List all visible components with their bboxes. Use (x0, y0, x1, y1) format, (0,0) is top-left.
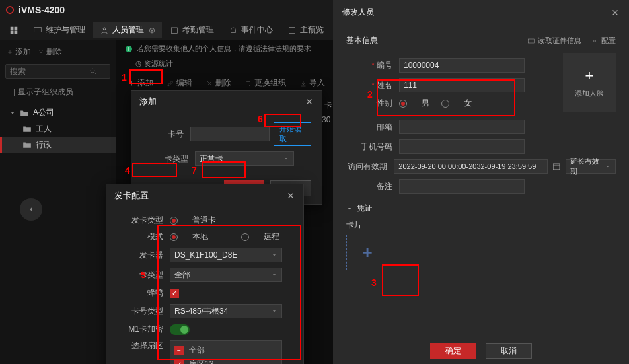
chevron-left-icon (26, 205, 36, 214)
app-logo (5, 5, 15, 15)
svg-point-11 (594, 40, 596, 42)
close-icon[interactable] (305, 97, 314, 106)
config-link[interactable]: 配置 (591, 36, 616, 46)
issue-config-dialog: 发卡配置 发卡类型 普通卡 模式 本地 远程 发卡器 DS_K1F100_D8E… (106, 184, 304, 364)
svg-rect-12 (554, 164, 560, 170)
mail-input[interactable] (399, 120, 525, 134)
tree-root[interactable]: A公司 (0, 104, 116, 121)
id-input[interactable] (399, 58, 525, 73)
calendar-icon[interactable] (552, 161, 561, 172)
cno-type-select[interactable]: RS-485/韦根34 (170, 304, 282, 318)
svg-rect-4 (171, 27, 177, 33)
side-delete[interactable]: 删除 (38, 46, 62, 57)
remark-input[interactable] (399, 179, 525, 194)
svg-point-7 (91, 69, 94, 73)
folder-icon (20, 109, 29, 117)
menu-attend[interactable]: 考勤管理 (163, 22, 221, 38)
m1-toggle[interactable] (170, 324, 190, 335)
issue-dlg-title: 发卡配置 (114, 190, 149, 201)
menu-dashboard[interactable] (3, 23, 25, 38)
add-face-box[interactable]: +添加人脸 (563, 53, 616, 112)
svg-rect-10 (529, 39, 535, 43)
bell-icon (229, 26, 238, 35)
x-icon (38, 49, 44, 55)
tree-node-worker[interactable]: 工人 (0, 121, 116, 137)
search-input[interactable] (10, 67, 89, 76)
x-icon (205, 79, 213, 87)
grid-icon (9, 26, 18, 35)
card-label: 卡片 (346, 219, 616, 231)
buzzer-check[interactable] (170, 289, 179, 298)
add-card-slot[interactable]: + (346, 235, 388, 270)
plus-icon: + (362, 242, 372, 263)
menu-preview[interactable]: 主预览 (281, 22, 330, 38)
plus-icon (128, 79, 135, 87)
tb-chgorg[interactable]: 更换组织 (239, 75, 291, 91)
close-icon[interactable] (286, 191, 295, 200)
confirm-button[interactable]: 确定 (430, 343, 476, 359)
chevron-down-icon (271, 252, 278, 258)
tb-del[interactable]: 删除 (200, 75, 237, 91)
chevron-down-icon (271, 272, 278, 278)
name-input[interactable] (399, 78, 525, 92)
tb-add[interactable]: 添加 (122, 75, 159, 91)
svg-rect-5 (289, 27, 295, 33)
cred-section-toggle[interactable]: 凭证 (346, 203, 616, 214)
svg-rect-2 (34, 27, 42, 32)
person-icon (100, 26, 109, 35)
start-read-button[interactable]: 开始读取 (274, 122, 311, 146)
chevron-down-icon (605, 163, 611, 170)
issue-type-radio[interactable]: 普通卡 (170, 215, 216, 226)
sector-list[interactable]: 全部 扇区13 (170, 340, 282, 364)
edit-person-panel: 修改人员 基本信息 读取证件信息 配置 编号 姓名 性别 男 女 +添加人脸 (333, 0, 629, 364)
import-icon (299, 79, 307, 87)
reader-select[interactable]: DS_K1F100_D8E (170, 248, 282, 262)
validity-input[interactable] (394, 159, 548, 174)
menu-maint[interactable]: 维护与管理 (26, 22, 92, 38)
calendar-icon (170, 26, 179, 35)
window-icon (287, 26, 297, 35)
menu-event[interactable]: 事件中心 (222, 22, 279, 38)
svg-point-3 (103, 27, 106, 30)
tab-close-icon[interactable]: ⊗ (149, 26, 155, 35)
monitor-icon (33, 26, 42, 35)
chevron-down-icon (283, 155, 289, 162)
plus-icon: + (585, 67, 594, 85)
tb-import[interactable]: 导入 (294, 75, 330, 91)
tree-node-admin[interactable]: 行政 (0, 137, 116, 153)
panel-cancel-button[interactable]: 取消 (486, 343, 532, 359)
info-icon (125, 45, 133, 53)
section-basic: 基本信息 (346, 35, 378, 46)
card-no-input[interactable] (190, 127, 270, 141)
extend-select[interactable]: 延长有效期 (566, 159, 616, 174)
side-add[interactable]: 添加 (7, 46, 31, 57)
chevron-down-icon (9, 110, 16, 116)
swap-icon (244, 79, 252, 87)
show-suborg-check[interactable]: 显示子组织成员 (0, 83, 116, 102)
card-icon (527, 37, 535, 45)
folder-icon (22, 141, 32, 149)
tb-edit[interactable]: 编辑 (161, 75, 198, 91)
svg-point-0 (7, 7, 14, 14)
phone-input[interactable] (399, 139, 525, 154)
side-back-button[interactable] (20, 198, 42, 221)
side-search[interactable] (5, 64, 110, 79)
panel-title: 修改人员 (342, 7, 374, 18)
plus-icon (7, 49, 13, 55)
add-dlg-title: 添加 (139, 96, 157, 108)
read-cert-link[interactable]: 读取证件信息 (527, 36, 581, 46)
chevron-down-icon (346, 205, 353, 212)
chevron-down-icon (271, 308, 278, 314)
folder-icon (22, 125, 32, 133)
pencil-icon (166, 79, 174, 87)
search-icon (89, 67, 97, 75)
card-type-select[interactable]: 正常卡 (195, 151, 294, 166)
mode-radio[interactable]: 本地 远程 (170, 231, 279, 242)
close-icon[interactable] (610, 8, 620, 17)
ctype-select[interactable]: 全部 (170, 268, 282, 282)
menu-person[interactable]: 人员管理⊗ (93, 22, 162, 38)
gender-radio[interactable]: 男 女 (399, 98, 472, 109)
gear-icon (591, 37, 599, 45)
